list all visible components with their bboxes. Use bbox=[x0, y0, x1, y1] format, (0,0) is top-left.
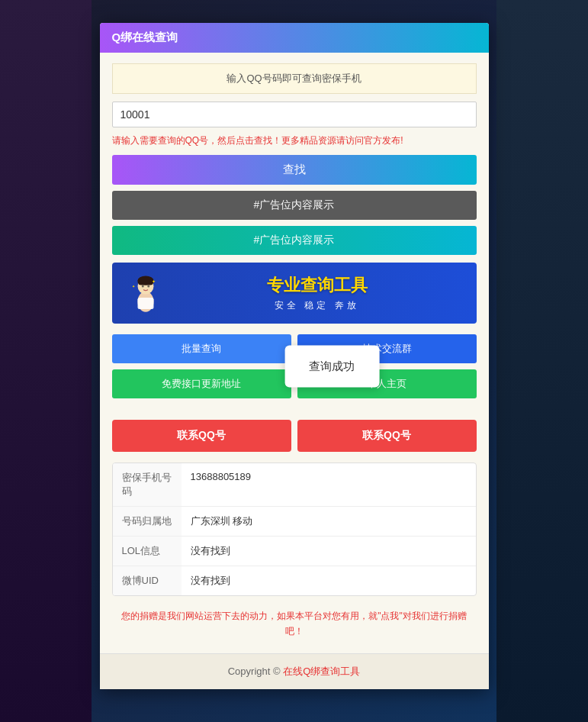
qq-input[interactable] bbox=[112, 102, 477, 127]
contact-qq-button-2[interactable]: 联系QQ号 bbox=[297, 420, 477, 452]
main-dialog: Q绑在线查询 输入QQ号码即可查询密保手机 请输入需要查询的QQ号，然后点击查找… bbox=[100, 23, 489, 689]
result-row-3: 微博UID 没有找到 bbox=[113, 566, 476, 595]
success-toast: 查询成功 bbox=[284, 346, 379, 388]
result-label-2: LOL信息 bbox=[113, 537, 182, 566]
toast-text: 查询成功 bbox=[309, 359, 355, 372]
result-value-2: 没有找到 bbox=[182, 537, 476, 566]
result-row-1: 号码归属地 广东深圳 移动 bbox=[113, 507, 476, 537]
result-value-1: 广东深圳 移动 bbox=[182, 507, 476, 536]
instruction-box: 输入QQ号码即可查询密保手机 bbox=[112, 63, 477, 94]
ad-green-button[interactable]: #广告位内容展示 bbox=[112, 226, 477, 255]
bg-right-panel bbox=[496, 0, 588, 722]
result-value-3: 没有找到 bbox=[182, 566, 476, 595]
warning-text: 请输入需要查询的QQ号，然后点击查找！更多精品资源请访问官方发布! bbox=[112, 134, 477, 147]
svg-text:✦: ✦ bbox=[132, 285, 135, 288]
banner-text-block: 专业查询工具 安全 稳定 奔放 bbox=[169, 274, 466, 312]
title-bar-text: Q绑在线查询 bbox=[112, 31, 178, 44]
banner-figure: ✦ ✦ bbox=[123, 270, 169, 316]
bg-left-panel bbox=[0, 0, 92, 722]
ad-gray-button[interactable]: #广告位内容展示 bbox=[112, 191, 477, 220]
action-area: 批量查询 技术交流群 免费接口更新地址 个人主页 查询成功 bbox=[112, 334, 477, 398]
svg-point-5 bbox=[141, 285, 143, 288]
free-interface-button[interactable]: 免费接口更新地址 bbox=[112, 369, 291, 398]
footer: Copyright © 在线Q绑查询工具 bbox=[100, 653, 489, 689]
svg-rect-1 bbox=[137, 298, 153, 309]
search-button[interactable]: 查找 bbox=[112, 155, 477, 185]
footer-copyright: Copyright © 在线Q绑查询工具 bbox=[228, 666, 361, 677]
footer-link[interactable]: 在线Q绑查询工具 bbox=[283, 666, 360, 677]
result-value-0: 13688805189 bbox=[182, 463, 476, 506]
result-label-0: 密保手机号码 bbox=[113, 463, 182, 506]
qq-contact-row: 联系QQ号 联系QQ号 bbox=[112, 420, 477, 452]
svg-point-6 bbox=[147, 285, 149, 288]
result-row-0: 密保手机号码 13688805189 bbox=[113, 463, 476, 507]
banner: ✦ ✦ 专业查询工具 安全 稳定 奔放 bbox=[112, 263, 477, 324]
contact-qq-button-1[interactable]: 联系QQ号 bbox=[112, 420, 291, 452]
svg-text:✦: ✦ bbox=[151, 279, 155, 284]
result-table: 密保手机号码 13688805189 号码归属地 广东深圳 移动 LOL信息 没… bbox=[112, 463, 477, 596]
banner-title: 专业查询工具 bbox=[169, 274, 466, 297]
banner-subtitle: 安全 稳定 奔放 bbox=[169, 299, 466, 312]
banner-figure-svg: ✦ ✦ bbox=[123, 270, 169, 316]
instruction-text: 输入QQ号码即可查询密保手机 bbox=[227, 73, 361, 84]
donation-text: 您的捐赠是我们网站运营下去的动力，如果本平台对您有用，就"点我"对我们进行捐赠吧… bbox=[112, 602, 477, 643]
result-label-1: 号码归属地 bbox=[113, 507, 182, 536]
batch-query-button[interactable]: 批量查询 bbox=[112, 334, 291, 363]
result-row-2: LOL信息 没有找到 bbox=[113, 537, 476, 566]
footer-prefix: Copyright © bbox=[228, 666, 283, 677]
title-bar: Q绑在线查询 bbox=[100, 23, 489, 53]
dialog-body: 输入QQ号码即可查询密保手机 请输入需要查询的QQ号，然后点击查找！更多精品资源… bbox=[100, 53, 489, 653]
result-label-3: 微博UID bbox=[113, 566, 182, 595]
